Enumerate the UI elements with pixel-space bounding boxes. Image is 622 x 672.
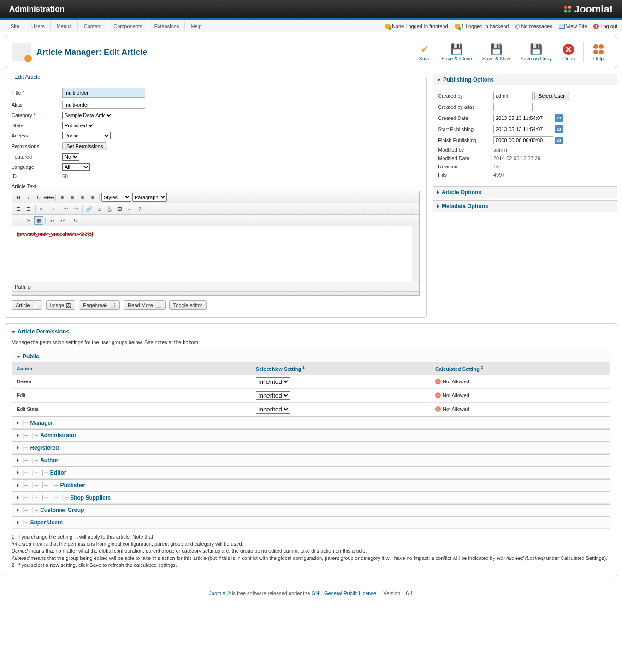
menu-site[interactable]: Site — [5, 21, 25, 31]
remove-format-icon[interactable]: ✕ — [24, 216, 33, 225]
save-close-button[interactable]: 💾Save & Close — [437, 41, 477, 63]
footer-brand[interactable]: Joomla!® — [209, 590, 232, 596]
menu-help[interactable]: Help — [185, 21, 207, 31]
ul-icon[interactable]: ☰ — [14, 205, 23, 213]
image-icon[interactable]: 🖼 — [115, 205, 124, 213]
save-button[interactable]: ✔Save — [414, 41, 436, 63]
align-left-icon[interactable]: ≡ — [58, 193, 67, 202]
user-icon — [385, 24, 391, 29]
calendar-icon[interactable]: 23 — [555, 125, 563, 133]
editor-resize[interactable] — [12, 291, 419, 295]
indent-icon[interactable]: ⇥ — [47, 205, 57, 213]
perm-group-head[interactable]: |— |— |— Editor — [12, 467, 610, 479]
charmap-icon[interactable]: Ω — [71, 216, 80, 225]
status-frontend[interactable]: None Logged-in frontend — [385, 24, 448, 29]
article-button[interactable]: Article 📄 — [12, 300, 42, 310]
align-center-icon[interactable]: ≡ — [68, 193, 77, 202]
format-select[interactable]: Paragraph — [132, 193, 167, 202]
category-select[interactable]: Sample Data-Articles — [62, 112, 113, 119]
align-right-icon[interactable]: ≡ — [78, 193, 87, 202]
menu-extensions[interactable]: Extensions — [148, 21, 185, 31]
cleanup-icon[interactable]: ✓ — [125, 205, 134, 213]
scrollbar[interactable] — [412, 226, 419, 282]
redo-icon[interactable]: ↷ — [71, 205, 80, 213]
sup-icon[interactable]: x² — [58, 216, 67, 225]
menu-components[interactable]: Components — [107, 21, 148, 31]
outdent-icon[interactable]: ⇤ — [37, 205, 47, 213]
italic-icon[interactable]: I — [24, 193, 33, 202]
perm-public-head[interactable]: Public — [12, 351, 610, 363]
select-user-button[interactable]: Select User — [534, 92, 569, 100]
metadata-options-panel: Metadata Options — [433, 200, 617, 212]
menu-content[interactable]: Content — [78, 21, 108, 31]
perm-setting-select[interactable]: Inherited — [256, 405, 290, 414]
created-by-input[interactable] — [493, 92, 533, 100]
svg-point-7 — [593, 50, 598, 54]
finish-pub-input[interactable] — [493, 136, 553, 144]
article-options-head[interactable]: Article Options — [433, 187, 617, 198]
undo-icon[interactable]: ↶ — [61, 205, 70, 213]
footer-license-link[interactable]: GNU General Public License. — [311, 590, 378, 596]
status-messages[interactable]: No messages — [515, 24, 552, 29]
perm-group-head[interactable]: |— |— |— |— |— Shop Suppliers — [12, 492, 610, 504]
title-input[interactable] — [62, 88, 145, 98]
status-backend[interactable]: 1 Logged-in backend — [455, 24, 509, 29]
perm-group-head[interactable]: |— Super Users — [12, 517, 610, 529]
anchor-icon[interactable]: ⚓ — [105, 205, 114, 213]
underline-icon[interactable]: U — [34, 193, 43, 202]
perm-group-head[interactable]: |— |— Administrator — [12, 430, 610, 441]
align-justify-icon[interactable]: ≡ — [88, 193, 97, 202]
article-text-label: Article Text — [12, 184, 420, 189]
view-site-link[interactable]: View Site — [559, 24, 587, 29]
ol-icon[interactable]: ☰ — [24, 205, 33, 213]
permissions-title[interactable]: Article Permissions — [12, 328, 610, 335]
hr-icon[interactable]: — — [14, 216, 23, 225]
perm-group-head[interactable]: |— |— Author — [12, 455, 610, 466]
image-button[interactable]: Image 🖼 — [46, 300, 76, 310]
pagebreak-button[interactable]: Pagebreak 📑 — [79, 300, 120, 310]
state-select[interactable]: Published — [62, 122, 95, 129]
perm-group-head[interactable]: |— |— |— |— Publisher — [12, 480, 610, 491]
access-select[interactable]: Public — [62, 132, 111, 139]
created-date-input[interactable] — [493, 114, 553, 122]
help-editor-icon[interactable]: ? — [135, 205, 144, 213]
edit-legend: Edit Article — [12, 74, 43, 80]
logout-link[interactable]: !Log out — [593, 24, 617, 29]
link-icon[interactable]: 🔗 — [84, 205, 94, 213]
bold-icon[interactable]: B — [14, 193, 23, 202]
language-select[interactable]: All — [62, 163, 90, 171]
sub-icon[interactable]: x₂ — [47, 216, 57, 225]
menu-menus[interactable]: Menus — [51, 21, 78, 31]
save-copy-button[interactable]: 💾Save as Copy — [515, 41, 556, 63]
visual-aid-icon[interactable]: ▦ — [34, 216, 43, 225]
perm-group-head[interactable]: |— Registered — [12, 442, 610, 454]
calendar-icon[interactable]: 23 — [555, 114, 563, 122]
footer-version: Version 1.6.1 — [383, 590, 413, 596]
menu-users[interactable]: Users — [25, 21, 51, 31]
toggle-editor-button[interactable]: Toggle editor — [169, 300, 207, 310]
perm-setting-select[interactable]: Inherited — [256, 391, 290, 400]
save-new-button[interactable]: 💾Save & New — [478, 41, 515, 63]
publishing-panel-head[interactable]: Publishing Options — [433, 74, 617, 85]
help-button[interactable]: Help — [587, 41, 610, 63]
close-button[interactable]: Close — [557, 41, 580, 63]
perm-setting-select[interactable]: Inherited — [256, 377, 290, 386]
editor-content[interactable]: {product_multi_snapshot:id=1|2|3} — [12, 226, 419, 282]
unlink-icon[interactable]: ⊘ — [95, 205, 104, 213]
strike-icon[interactable]: ABC — [44, 193, 53, 202]
readmore-button[interactable]: Read More 📃 — [124, 300, 165, 310]
set-permissions-button[interactable]: Set Permissions — [62, 142, 107, 150]
perm-group: |— |— Author — [12, 454, 610, 467]
chevron-right-icon — [437, 190, 439, 194]
language-label: Language — [12, 164, 62, 170]
start-pub-input[interactable] — [493, 125, 553, 133]
perm-group-head[interactable]: |— |— Customer Group — [12, 505, 610, 516]
created-by-alias-input[interactable] — [493, 103, 533, 111]
metadata-options-head[interactable]: Metadata Options — [433, 201, 617, 212]
styles-select[interactable]: Styles — [101, 193, 131, 202]
perm-group-head[interactable]: |— Manager — [12, 417, 610, 429]
html-button[interactable] — [145, 205, 146, 213]
alias-input[interactable] — [62, 101, 145, 109]
calendar-icon[interactable]: 23 — [555, 137, 563, 144]
featured-select[interactable]: No — [62, 153, 79, 161]
